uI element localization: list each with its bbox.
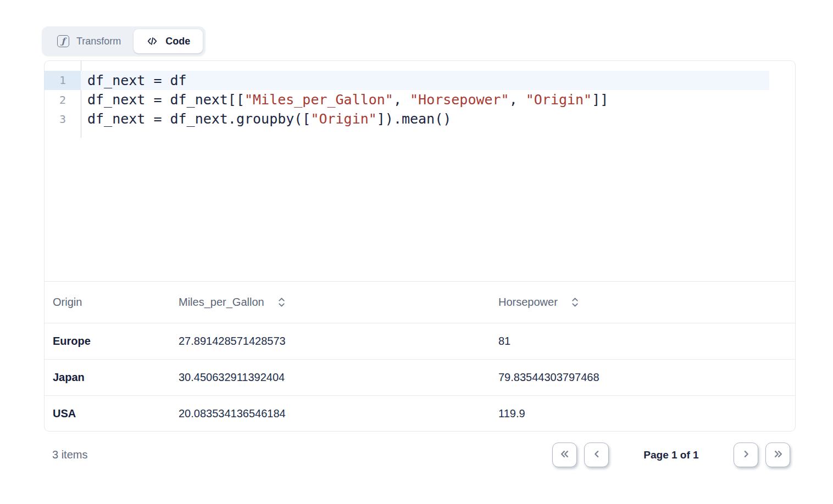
value-cell: 119.9 — [498, 407, 795, 420]
tab-code-label: Code — [165, 36, 190, 47]
view-mode-tabbar: ƒ Transform Code — [42, 26, 206, 56]
table-row: Europe27.89142857142857381 — [45, 323, 795, 359]
value-cell: 20.083534136546184 — [179, 407, 498, 420]
code-line[interactable]: 3df_next = df_next.groupby(["Origin"]).m… — [45, 109, 795, 128]
value-cell: 27.891428571428573 — [179, 335, 498, 348]
code-icon — [146, 35, 158, 47]
result-table: OriginMiles_per_GallonHorsepower Europe2… — [45, 282, 795, 432]
table-footer: 3 items Page 1 of 1 — [44, 432, 796, 478]
row-index-cell: Europe — [45, 335, 179, 348]
chevron-left-icon — [590, 447, 604, 463]
code-text: df_next = df — [81, 71, 769, 90]
pager: Page 1 of 1 — [552, 443, 790, 467]
function-icon: ƒ — [57, 35, 69, 47]
code-text: df_next = df_next[["Miles_per_Gallon", "… — [81, 90, 795, 109]
column-header-origin: Origin — [45, 296, 179, 309]
page-indicator: Page 1 of 1 — [609, 449, 734, 461]
column-header-label: Miles_per_Gallon — [179, 296, 264, 309]
code-text: df_next = df_next.groupby(["Origin"]).me… — [81, 109, 795, 128]
prev-page-button[interactable] — [584, 443, 609, 467]
items-count: 3 items — [44, 449, 87, 461]
value-cell: 30.450632911392404 — [179, 371, 498, 384]
column-header-label: Horsepower — [498, 296, 558, 309]
code-line[interactable]: 1df_next = df — [45, 71, 795, 90]
next-page-button[interactable] — [734, 443, 758, 467]
transform-panel: 1df_next = df2df_next = df_next[["Miles_… — [44, 60, 796, 432]
column-header-horsepower[interactable]: Horsepower — [498, 296, 795, 309]
code-editor[interactable]: 1df_next = df2df_next = df_next[["Miles_… — [45, 61, 795, 282]
table-header-row: OriginMiles_per_GallonHorsepower — [45, 282, 795, 323]
tab-transform-label: Transform — [76, 36, 121, 47]
row-index-cell: USA — [45, 407, 179, 420]
line-number: 2 — [45, 93, 81, 107]
chevrons-right-icon — [771, 447, 785, 463]
table-row: USA20.083534136546184119.9 — [45, 395, 795, 432]
column-header-label: Origin — [53, 296, 82, 309]
line-number: 1 — [45, 71, 81, 90]
sort-icon[interactable] — [277, 296, 286, 308]
value-cell: 79.83544303797468 — [498, 371, 795, 384]
tab-transform[interactable]: ƒ Transform — [45, 29, 134, 53]
value-cell: 81 — [498, 335, 795, 348]
line-number: 3 — [45, 113, 81, 126]
table-row: Japan30.45063291139240479.83544303797468 — [45, 359, 795, 395]
column-header-miles_per_gallon[interactable]: Miles_per_Gallon — [179, 296, 498, 309]
chevron-right-icon — [739, 447, 753, 463]
code-line[interactable]: 2df_next = df_next[["Miles_per_Gallon", … — [45, 90, 795, 109]
sort-icon[interactable] — [571, 296, 579, 308]
first-page-button[interactable] — [552, 443, 577, 467]
last-page-button[interactable] — [765, 443, 790, 467]
chevrons-left-icon — [558, 447, 572, 463]
tab-code[interactable]: Code — [134, 29, 203, 53]
row-index-cell: Japan — [45, 371, 179, 384]
